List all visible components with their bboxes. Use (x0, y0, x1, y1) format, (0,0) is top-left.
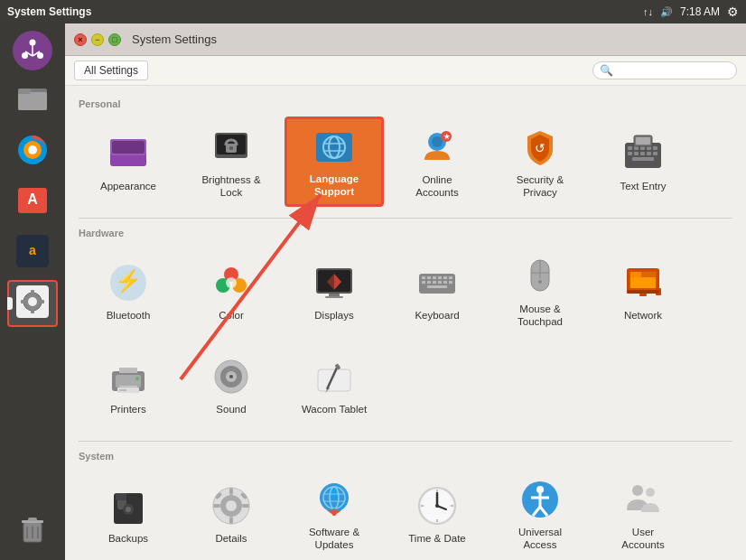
sidebar-item-software[interactable]: A (7, 179, 58, 226)
sound-icon (208, 353, 255, 400)
universal-access-icon (517, 476, 564, 523)
top-bar-title: System Settings (7, 5, 91, 18)
svg-rect-79 (433, 281, 436, 284)
search-wrapper: 🔍 (592, 61, 737, 79)
svg-rect-82 (449, 281, 452, 284)
settings-item-security-privacy[interactable]: ↺ Security &Privacy (490, 117, 590, 207)
svg-point-149 (646, 488, 655, 497)
system-section-label: System (79, 451, 732, 462)
window-buttons: × − □ (74, 33, 121, 46)
settings-item-sound[interactable]: Sound (182, 340, 281, 430)
settings-item-universal-access[interactable]: UniversalAccess (490, 469, 590, 559)
settings-item-user-accounts[interactable]: UserAccounts (593, 469, 693, 559)
svg-rect-45 (628, 146, 632, 150)
svg-rect-67 (325, 296, 343, 298)
maximize-button[interactable]: □ (108, 33, 121, 46)
system-items-grid: Backups (79, 469, 732, 559)
settings-item-backups[interactable]: Backups (79, 469, 178, 559)
svg-point-9 (28, 145, 37, 154)
online-accounts-icon: ★ (414, 124, 461, 171)
close-button[interactable]: × (74, 33, 87, 46)
svg-rect-23 (28, 518, 37, 521)
amazon-icon: a (14, 233, 51, 273)
brightness-lock-icon (208, 124, 255, 171)
software-updates-label: Software &Updates (309, 527, 359, 552)
settings-item-color[interactable]: Color (182, 246, 281, 336)
settings-item-wacom-tablet[interactable]: Wacom Tablet (284, 340, 384, 430)
sidebar-item-files[interactable] (7, 78, 58, 125)
svg-rect-95 (634, 292, 652, 294)
svg-rect-101 (119, 389, 126, 391)
backups-label: Backups (108, 533, 148, 546)
all-settings-button[interactable]: All Settings (74, 61, 148, 80)
settings-item-online-accounts[interactable]: ★ OnlineAccounts (387, 117, 487, 207)
window-chrome: × − □ System Settings (65, 23, 746, 56)
wacom-tablet-label: Wacom Tablet (302, 404, 367, 416)
software-updates-icon: 🌐 (311, 476, 358, 523)
svg-rect-54 (653, 152, 657, 155)
settings-item-appearance[interactable]: Appearance (79, 117, 178, 207)
svg-rect-46 (634, 146, 639, 150)
universal-access-label: UniversalAccess (518, 527, 562, 552)
settings-item-printers[interactable]: Printers (79, 340, 178, 430)
svg-point-103 (135, 377, 139, 380)
svg-rect-123 (242, 504, 249, 508)
svg-rect-120 (229, 488, 233, 495)
language-support-label: LanguageSupport (310, 173, 359, 199)
bluetooth-label: Bluetooth (107, 310, 151, 322)
svg-point-119 (226, 500, 237, 511)
user-accounts-label: UserAccounts (621, 527, 664, 552)
files-icon (14, 81, 51, 121)
sidebar-item-ubuntu[interactable] (7, 27, 58, 74)
svg-rect-83 (427, 285, 447, 288)
toolbar: All Settings 🔍 (65, 56, 746, 86)
sidebar-item-trash[interactable] (7, 508, 58, 555)
settings-item-software-updates[interactable]: 🌐 Software &Updates (284, 469, 384, 559)
settings-item-displays[interactable]: Displays (284, 246, 384, 336)
minimize-button[interactable]: − (91, 33, 104, 46)
system-divider (79, 441, 732, 442)
firefox-icon (14, 132, 51, 172)
software-center-icon: A (14, 182, 51, 222)
settings-item-text-entry[interactable]: Text Entry (593, 117, 693, 207)
displays-label: Displays (314, 310, 353, 322)
settings-item-keyboard[interactable]: Keyboard (387, 246, 487, 336)
sidebar-item-amazon[interactable]: a (7, 229, 58, 276)
network-icon: ↑↓ (643, 6, 653, 17)
svg-rect-121 (229, 517, 233, 524)
settings-item-language-support[interactable]: LanguageSupport (284, 117, 384, 207)
svg-rect-73 (433, 276, 436, 279)
keyboard-icon (414, 259, 461, 306)
search-input[interactable] (592, 61, 737, 79)
gear-icon[interactable]: ⚙ (727, 5, 739, 19)
sidebar-item-firefox[interactable] (7, 128, 58, 175)
svg-rect-5 (18, 92, 47, 110)
printers-icon (105, 353, 152, 400)
svg-rect-77 (422, 281, 425, 284)
settings-item-brightness-lock[interactable]: Brightness &Lock (182, 117, 281, 207)
color-label: Color (219, 310, 243, 322)
trash-icon (16, 513, 49, 549)
svg-rect-19 (21, 300, 25, 303)
svg-rect-100 (119, 368, 137, 373)
personal-section-label: Personal (79, 98, 732, 109)
personal-items-grid: Appearance Brightness &L (79, 117, 732, 207)
settings-item-details[interactable]: Details (182, 469, 281, 559)
settings-item-time-date[interactable]: Time & Date (387, 469, 487, 559)
sidebar-item-system-settings[interactable] (7, 280, 58, 327)
network-icon (620, 259, 667, 306)
settings-item-mouse-touchpad[interactable]: Mouse &Touchpad (490, 246, 590, 336)
svg-point-107 (229, 375, 233, 378)
svg-rect-71 (422, 276, 425, 279)
keyboard-label: Keyboard (415, 310, 459, 322)
printers-label: Printers (110, 404, 146, 416)
clock: 7:18 AM (680, 5, 720, 18)
svg-rect-116 (116, 493, 126, 500)
user-accounts-icon (620, 476, 667, 523)
svg-rect-17 (31, 290, 34, 294)
svg-rect-96 (639, 294, 647, 296)
svg-rect-55 (632, 157, 654, 161)
svg-text:⚡: ⚡ (115, 267, 142, 294)
settings-item-bluetooth[interactable]: ⚡ Bluetooth (79, 246, 178, 336)
settings-item-network[interactable]: Network (593, 246, 693, 336)
